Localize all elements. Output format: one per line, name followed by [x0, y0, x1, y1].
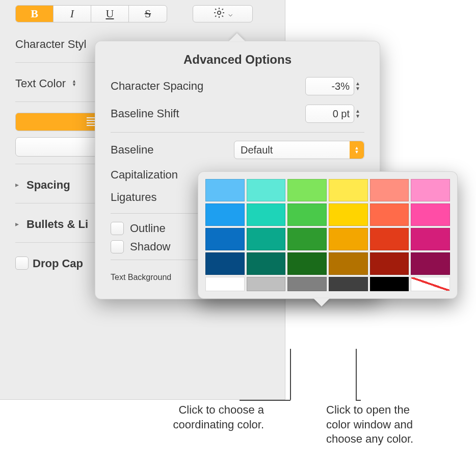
- color-swatch[interactable]: [370, 228, 409, 250]
- callout-line: [240, 400, 290, 401]
- ligatures-label: Ligatures: [111, 191, 157, 204]
- color-swatch[interactable]: [329, 179, 368, 201]
- color-swatch[interactable]: [370, 252, 409, 275]
- divider: [111, 132, 364, 133]
- outline-checkbox[interactable]: [111, 222, 124, 235]
- shadow-label: Shadow: [130, 240, 171, 253]
- callout-right: Click to open the color window and choos…: [326, 403, 476, 447]
- strikethrough-button[interactable]: S: [129, 6, 167, 22]
- drop-cap-label: Drop Cap: [33, 257, 83, 270]
- color-swatch[interactable]: [287, 228, 327, 250]
- disclosure-icon[interactable]: ▸: [15, 220, 22, 228]
- color-swatch[interactable]: [247, 203, 286, 226]
- baseline-shift-stepper[interactable]: 0 pt ▲▼: [305, 105, 364, 123]
- color-swatch[interactable]: [205, 203, 245, 226]
- character-spacing-stepper[interactable]: -3% ▲▼: [305, 77, 364, 95]
- color-swatch[interactable]: [247, 252, 286, 275]
- underline-button[interactable]: U: [91, 6, 129, 22]
- color-swatch[interactable]: [411, 252, 450, 275]
- color-swatch[interactable]: [329, 277, 368, 291]
- color-swatch[interactable]: [411, 228, 450, 250]
- color-swatch[interactable]: [411, 203, 450, 226]
- color-palette-popover: [198, 171, 458, 299]
- color-swatch[interactable]: [247, 277, 286, 291]
- stepper-arrows-icon[interactable]: ▲▼: [355, 78, 364, 95]
- character-spacing-label: Character Spacing: [111, 80, 203, 93]
- color-swatch[interactable]: [205, 228, 245, 250]
- color-swatch[interactable]: [329, 252, 368, 275]
- bold-button[interactable]: B: [16, 6, 54, 22]
- chevron-down-icon: ⌵: [228, 10, 232, 18]
- drop-cap-checkbox[interactable]: [15, 257, 29, 270]
- text-color-label: Text Color: [15, 77, 66, 90]
- shadow-checkbox[interactable]: [111, 240, 124, 253]
- color-swatch[interactable]: [370, 277, 409, 291]
- color-swatch[interactable]: [370, 203, 409, 226]
- gear-icon: [213, 7, 225, 21]
- outline-label: Outline: [130, 222, 166, 235]
- updown-icon[interactable]: ▲▼: [72, 80, 76, 87]
- color-swatch[interactable]: [205, 252, 245, 275]
- color-swatch[interactable]: [411, 179, 450, 201]
- color-swatch[interactable]: [287, 277, 327, 291]
- callout-line: [356, 349, 357, 400]
- baseline-select[interactable]: Default ▲▼: [234, 141, 364, 159]
- select-arrows-icon: ▲▼: [350, 141, 364, 159]
- baseline-value: Default: [241, 144, 273, 156]
- text-background-label: Text Background: [111, 273, 171, 282]
- spacing-label[interactable]: Spacing: [27, 178, 70, 192]
- color-swatch[interactable]: [329, 228, 368, 250]
- text-style-toolbar: B I U S ⌵: [15, 5, 275, 22]
- color-swatch[interactable]: [205, 277, 245, 291]
- color-swatch[interactable]: [287, 203, 327, 226]
- color-swatch[interactable]: [247, 179, 286, 201]
- color-swatch[interactable]: [329, 203, 368, 226]
- color-swatch[interactable]: [205, 179, 245, 201]
- color-swatch[interactable]: [247, 228, 286, 250]
- baseline-label: Baseline: [111, 143, 153, 157]
- baseline-shift-value[interactable]: 0 pt: [305, 105, 354, 123]
- callout-line: [356, 400, 361, 401]
- stepper-arrows-icon[interactable]: ▲▼: [355, 105, 364, 122]
- advanced-options-button[interactable]: ⌵: [193, 5, 253, 22]
- capitalization-label: Capitalization: [111, 168, 178, 182]
- callout-line: [290, 349, 291, 400]
- bullets-lists-label[interactable]: Bullets & Li: [27, 218, 88, 231]
- color-swatch[interactable]: [287, 252, 327, 275]
- disclosure-icon[interactable]: ▸: [15, 181, 22, 189]
- italic-button[interactable]: I: [54, 6, 91, 22]
- no-color-swatch[interactable]: [411, 277, 450, 291]
- callout-left: Click to choose a coordinating color.: [111, 403, 264, 432]
- popover-title: Advanced Options: [111, 53, 364, 67]
- color-swatch[interactable]: [287, 179, 327, 201]
- character-spacing-value[interactable]: -3%: [305, 77, 354, 95]
- baseline-shift-label: Baseline Shift: [111, 107, 179, 120]
- color-swatch[interactable]: [370, 179, 409, 201]
- color-palette-grid: [205, 179, 450, 291]
- svg-point-0: [218, 11, 221, 14]
- character-styles-label: Character Styl: [15, 38, 86, 51]
